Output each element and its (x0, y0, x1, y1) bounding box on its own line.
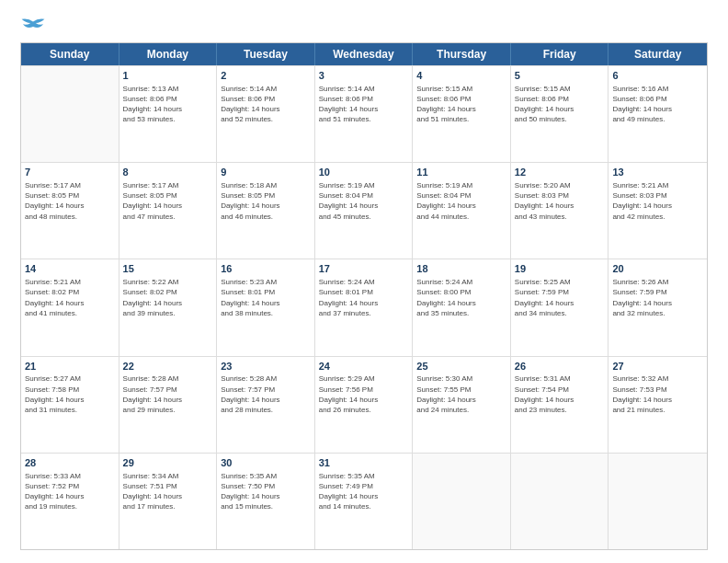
calendar-cell: 11Sunrise: 5:19 AM Sunset: 8:04 PM Dayli… (413, 163, 511, 259)
cell-info: Sunrise: 5:21 AM Sunset: 8:02 PM Dayligh… (25, 277, 115, 318)
day-number: 21 (25, 360, 115, 373)
calendar-header-cell: Friday (511, 43, 609, 65)
cell-info: Sunrise: 5:17 AM Sunset: 8:05 PM Dayligh… (123, 180, 213, 222)
calendar-cell: 19Sunrise: 5:25 AM Sunset: 7:59 PM Dayli… (511, 259, 609, 355)
calendar-cell: 30Sunrise: 5:35 AM Sunset: 7:50 PM Dayli… (217, 454, 315, 549)
day-number: 19 (515, 262, 605, 276)
page: SundayMondayTuesdayWednesdayThursdayFrid… (0, 0, 728, 563)
cell-info: Sunrise: 5:31 AM Sunset: 7:54 PM Dayligh… (515, 373, 605, 415)
calendar-header-cell: Wednesday (315, 43, 414, 65)
day-number: 25 (416, 360, 506, 373)
day-number: 9 (221, 166, 311, 179)
calendar-cell: 22Sunrise: 5:28 AM Sunset: 7:57 PM Dayli… (119, 357, 218, 453)
calendar-cell: 1Sunrise: 5:13 AM Sunset: 8:06 PM Daylig… (119, 66, 218, 162)
calendar-week: 21Sunrise: 5:27 AM Sunset: 7:58 PM Dayli… (21, 356, 707, 453)
day-number: 23 (221, 360, 311, 373)
cell-info: Sunrise: 5:20 AM Sunset: 8:03 PM Dayligh… (515, 180, 605, 222)
calendar-cell: 28Sunrise: 5:33 AM Sunset: 7:52 PM Dayli… (21, 454, 119, 549)
day-number: 13 (612, 166, 703, 179)
cell-info: Sunrise: 5:35 AM Sunset: 7:49 PM Dayligh… (319, 471, 409, 512)
day-number: 11 (416, 166, 506, 179)
calendar-cell: 5Sunrise: 5:15 AM Sunset: 8:06 PM Daylig… (511, 66, 609, 162)
calendar-cell: 7Sunrise: 5:17 AM Sunset: 8:05 PM Daylig… (21, 163, 119, 259)
calendar-header-cell: Sunday (21, 43, 119, 65)
cell-info: Sunrise: 5:14 AM Sunset: 8:06 PM Dayligh… (221, 84, 311, 125)
day-number: 5 (515, 69, 605, 83)
cell-info: Sunrise: 5:35 AM Sunset: 7:50 PM Dayligh… (221, 471, 311, 512)
day-number: 29 (123, 456, 213, 470)
cell-info: Sunrise: 5:30 AM Sunset: 7:55 PM Dayligh… (416, 373, 506, 415)
calendar-header-cell: Thursday (413, 43, 511, 65)
cell-info: Sunrise: 5:24 AM Sunset: 8:01 PM Dayligh… (319, 277, 409, 318)
logo-bird-icon (20, 17, 46, 33)
day-number: 22 (123, 360, 213, 373)
day-number: 26 (515, 360, 605, 373)
day-number: 18 (416, 262, 506, 276)
calendar-cell: 17Sunrise: 5:24 AM Sunset: 8:01 PM Dayli… (315, 259, 414, 355)
cell-info: Sunrise: 5:33 AM Sunset: 7:52 PM Dayligh… (25, 471, 115, 512)
cell-info: Sunrise: 5:29 AM Sunset: 7:56 PM Dayligh… (319, 373, 409, 415)
day-number: 12 (515, 166, 605, 179)
calendar-cell: 25Sunrise: 5:30 AM Sunset: 7:55 PM Dayli… (413, 357, 511, 453)
calendar-cell (413, 454, 511, 549)
cell-info: Sunrise: 5:22 AM Sunset: 8:02 PM Dayligh… (123, 277, 213, 318)
calendar-cell: 21Sunrise: 5:27 AM Sunset: 7:58 PM Dayli… (21, 357, 119, 453)
cell-info: Sunrise: 5:13 AM Sunset: 8:06 PM Dayligh… (123, 84, 213, 125)
cell-info: Sunrise: 5:23 AM Sunset: 8:01 PM Dayligh… (221, 277, 311, 318)
day-number: 27 (612, 360, 703, 373)
cell-info: Sunrise: 5:21 AM Sunset: 8:03 PM Dayligh… (612, 180, 703, 222)
calendar-cell: 12Sunrise: 5:20 AM Sunset: 8:03 PM Dayli… (511, 163, 609, 259)
cell-info: Sunrise: 5:14 AM Sunset: 8:06 PM Dayligh… (319, 84, 409, 125)
calendar-cell: 16Sunrise: 5:23 AM Sunset: 8:01 PM Dayli… (217, 259, 315, 355)
calendar-cell: 24Sunrise: 5:29 AM Sunset: 7:56 PM Dayli… (315, 357, 414, 453)
calendar-header-cell: Tuesday (217, 43, 315, 65)
cell-info: Sunrise: 5:34 AM Sunset: 7:51 PM Dayligh… (123, 471, 213, 512)
day-number: 10 (319, 166, 409, 179)
calendar-cell: 29Sunrise: 5:34 AM Sunset: 7:51 PM Dayli… (119, 454, 218, 549)
calendar-cell (21, 66, 119, 162)
day-number: 8 (123, 166, 213, 179)
calendar-cell: 13Sunrise: 5:21 AM Sunset: 8:03 PM Dayli… (609, 163, 707, 259)
day-number: 30 (221, 456, 311, 470)
cell-info: Sunrise: 5:18 AM Sunset: 8:05 PM Dayligh… (221, 180, 311, 222)
calendar-cell: 26Sunrise: 5:31 AM Sunset: 7:54 PM Dayli… (511, 357, 609, 453)
calendar-cell: 4Sunrise: 5:15 AM Sunset: 8:06 PM Daylig… (413, 66, 511, 162)
logo (20, 17, 50, 33)
cell-info: Sunrise: 5:25 AM Sunset: 7:59 PM Dayligh… (515, 277, 605, 318)
day-number: 24 (319, 360, 409, 373)
cell-info: Sunrise: 5:28 AM Sunset: 7:57 PM Dayligh… (221, 373, 311, 415)
cell-info: Sunrise: 5:15 AM Sunset: 8:06 PM Dayligh… (416, 84, 506, 125)
calendar-cell: 31Sunrise: 5:35 AM Sunset: 7:49 PM Dayli… (315, 454, 414, 549)
day-number: 20 (612, 262, 703, 276)
calendar-cell: 3Sunrise: 5:14 AM Sunset: 8:06 PM Daylig… (315, 66, 414, 162)
day-number: 2 (221, 69, 311, 83)
cell-info: Sunrise: 5:16 AM Sunset: 8:06 PM Dayligh… (612, 84, 703, 125)
header (20, 17, 708, 33)
day-number: 16 (221, 262, 311, 276)
cell-info: Sunrise: 5:24 AM Sunset: 8:00 PM Dayligh… (416, 277, 506, 318)
day-number: 28 (25, 456, 115, 470)
cell-info: Sunrise: 5:26 AM Sunset: 7:59 PM Dayligh… (612, 277, 703, 318)
day-number: 6 (612, 69, 703, 83)
day-number: 15 (123, 262, 213, 276)
calendar-cell: 9Sunrise: 5:18 AM Sunset: 8:05 PM Daylig… (217, 163, 315, 259)
calendar-cell: 20Sunrise: 5:26 AM Sunset: 7:59 PM Dayli… (609, 259, 707, 355)
calendar-week: 14Sunrise: 5:21 AM Sunset: 8:02 PM Dayli… (21, 259, 707, 355)
calendar-cell: 2Sunrise: 5:14 AM Sunset: 8:06 PM Daylig… (217, 66, 315, 162)
calendar-cell: 6Sunrise: 5:16 AM Sunset: 8:06 PM Daylig… (609, 66, 707, 162)
cell-info: Sunrise: 5:15 AM Sunset: 8:06 PM Dayligh… (515, 84, 605, 125)
calendar-cell: 8Sunrise: 5:17 AM Sunset: 8:05 PM Daylig… (119, 163, 218, 259)
calendar-header-cell: Monday (119, 43, 218, 65)
cell-info: Sunrise: 5:19 AM Sunset: 8:04 PM Dayligh… (416, 180, 506, 222)
calendar-week: 7Sunrise: 5:17 AM Sunset: 8:05 PM Daylig… (21, 162, 707, 259)
day-number: 17 (319, 262, 409, 276)
day-number: 14 (25, 262, 115, 276)
calendar-body: 1Sunrise: 5:13 AM Sunset: 8:06 PM Daylig… (21, 65, 707, 549)
calendar-cell: 10Sunrise: 5:19 AM Sunset: 8:04 PM Dayli… (315, 163, 414, 259)
calendar-header-cell: Saturday (609, 43, 707, 65)
calendar-cell (609, 454, 707, 549)
calendar-cell: 15Sunrise: 5:22 AM Sunset: 8:02 PM Dayli… (119, 259, 218, 355)
calendar-week: 1Sunrise: 5:13 AM Sunset: 8:06 PM Daylig… (21, 65, 707, 162)
cell-info: Sunrise: 5:32 AM Sunset: 7:53 PM Dayligh… (612, 373, 703, 415)
calendar: SundayMondayTuesdayWednesdayThursdayFrid… (20, 42, 708, 550)
